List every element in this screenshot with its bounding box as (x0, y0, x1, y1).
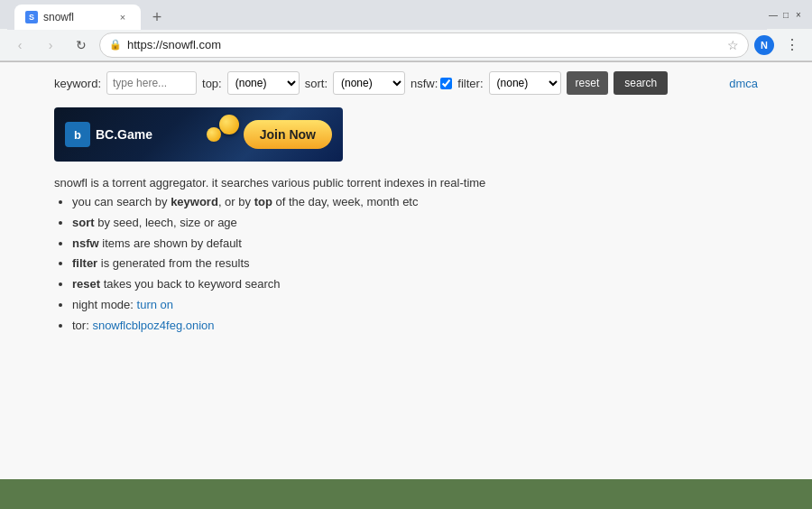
bold-keyword: keyword (171, 195, 218, 208)
forward-button[interactable]: › (38, 32, 63, 58)
bc-game-banner[interactable]: b BC.Game Join Now (54, 107, 343, 162)
address-bar[interactable]: 🔒 https://snowfl.com ☆ (99, 32, 749, 58)
list-item: nsfw items are shown by default (72, 235, 758, 254)
close-window-button[interactable]: × (792, 8, 805, 21)
keyword-input[interactable] (106, 71, 197, 95)
intro-text: snowfl is a torrent aggregator. it searc… (54, 176, 758, 190)
lock-icon: 🔒 (109, 39, 122, 51)
banner-container: b BC.Game Join Now (0, 104, 812, 171)
browser-menu-button[interactable]: ⋮ (780, 32, 805, 58)
info-section: snowfl is a torrent aggregator. it searc… (0, 171, 812, 356)
refresh-button[interactable]: ↻ (69, 32, 94, 58)
top-select[interactable]: (none) (227, 71, 300, 95)
bold-filter: filter (72, 256, 97, 270)
list-item: you can search by keyword, or by top of … (72, 193, 758, 212)
coin-decoration-1 (219, 115, 239, 134)
bold-sort: sort (72, 216, 95, 229)
back-button[interactable]: ‹ (7, 32, 32, 58)
minimize-button[interactable]: — (767, 8, 780, 21)
coin-decoration-2 (207, 127, 221, 142)
bold-reset: reset (72, 277, 100, 291)
new-tab-button[interactable]: + (144, 5, 170, 30)
info-list: you can search by keyword, or by top of … (72, 193, 758, 336)
list-item: reset takes you back to keyword search (72, 275, 758, 294)
top-label: top: (202, 77, 222, 90)
tab-title: snowfl (43, 11, 110, 23)
nsfw-checkbox[interactable] (440, 78, 452, 89)
bc-logo: b BC.Game (65, 122, 152, 147)
list-item: sort by seed, leech, size or age (72, 214, 758, 233)
filter-label: filter: (457, 77, 483, 90)
search-button[interactable]: search (614, 71, 668, 95)
keyword-label: keyword: (54, 77, 101, 90)
bc-icon: b (65, 122, 90, 147)
night-mode-link[interactable]: turn on (137, 298, 173, 311)
bold-top: top (254, 195, 272, 208)
list-item-night: night mode: turn on (72, 296, 758, 315)
profile-icon[interactable]: N (754, 35, 774, 55)
join-now-button[interactable]: Join Now (244, 120, 332, 149)
search-toolbar: keyword: top: (none) sort: (none) nsfw: … (0, 62, 812, 104)
reset-button[interactable]: reset (567, 71, 609, 95)
tab-close-button[interactable]: × (115, 10, 130, 24)
list-item-tor: tor: snowflcblpoz4feg.onion (72, 317, 758, 336)
dmca-link[interactable]: dmca (729, 77, 758, 90)
tor-link[interactable]: snowflcblpoz4feg.onion (92, 319, 214, 332)
list-item: filter is generated from the results (72, 255, 758, 273)
filter-select[interactable]: (none) (489, 71, 561, 95)
nsfw-label: nsfw: (411, 77, 452, 90)
sort-select[interactable]: (none) (333, 71, 405, 95)
sort-label: sort: (305, 77, 328, 90)
bold-nsfw: nsfw (72, 236, 99, 250)
bookmark-icon[interactable]: ☆ (727, 38, 739, 52)
tab-favicon: S (25, 11, 38, 23)
maximize-button[interactable]: □ (780, 8, 792, 21)
address-text: https://snowfl.com (127, 38, 722, 51)
browser-tab[interactable]: S snowfl × (14, 5, 141, 30)
bc-name: BC.Game (96, 127, 152, 142)
